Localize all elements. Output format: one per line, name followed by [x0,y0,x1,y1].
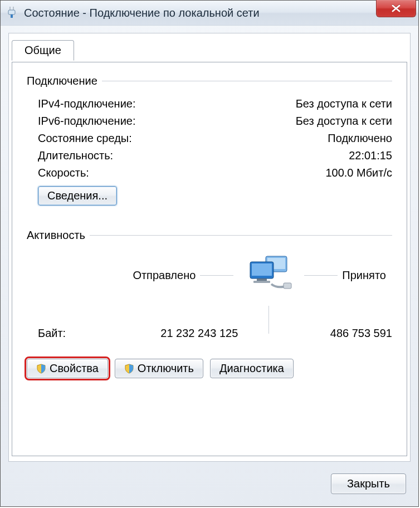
divider [304,275,338,276]
row-duration: Длительность: 22:01:15 [27,147,392,164]
action-button-row: Свойства Отключить Диагностика [27,359,392,378]
divider [268,306,269,320]
speed-value: 100.0 Мбит/с [325,167,392,179]
tab-general[interactable]: Общие [12,40,74,61]
tab-panel-general: Подключение IPv4-подключение: Без доступ… [12,62,407,456]
svg-rect-7 [252,263,272,276]
status-dialog-window: Состояние - Подключение по локальной сет… [0,0,419,507]
window-title: Состояние - Подключение по локальной сет… [24,7,260,19]
duration-label: Длительность: [38,149,113,162]
svg-rect-10 [284,283,291,289]
duration-value: 22:01:15 [349,149,392,162]
sent-bytes-value: 21 232 243 125 [160,327,238,339]
tab-strip: Общие [12,40,74,60]
close-window-button[interactable] [376,0,416,17]
ipv4-label: IPv4-подключение: [38,97,136,110]
sent-label: Отправлено [133,269,196,282]
row-speed: Скорость: 100.0 Мбит/с [27,164,392,182]
connection-group-title: Подключение [27,75,97,87]
network-activity-icon [243,253,294,295]
ipv4-value: Без доступа к сети [296,97,392,110]
close-button[interactable]: Закрыть [331,473,406,494]
connection-group: Подключение IPv4-подключение: Без доступ… [27,75,392,206]
activity-group-title: Активность [27,229,85,242]
properties-button[interactable]: Свойства [27,359,108,378]
media-state-value: Подключено [328,132,392,145]
svg-rect-0 [9,7,11,10]
properties-button-label: Свойства [50,362,99,375]
svg-rect-1 [13,7,14,10]
received-label: Принято [342,269,386,282]
speed-label: Скорость: [38,167,89,179]
bottom-button-bar: Закрыть [331,473,406,494]
diagnose-button-label: Диагностика [219,362,284,375]
media-state-label: Состояние среды: [38,132,132,145]
divider [90,235,392,236]
divider [102,81,392,81]
svg-rect-3 [11,14,13,18]
disable-button-label: Отключить [138,362,194,375]
divider [200,275,233,276]
close-icon [391,4,401,13]
bytes-label: Байт: [38,327,66,339]
row-media-state: Состояние среды: Подключено [27,130,392,147]
ipv6-label: IPv6-подключение: [38,115,136,128]
diagnose-button[interactable]: Диагностика [210,359,294,378]
ipv6-value: Без доступа к сети [296,115,392,128]
shield-icon [124,364,134,374]
row-ipv4: IPv4-подключение: Без доступа к сети [27,95,392,113]
row-ipv6: IPv6-подключение: Без доступа к сети [27,113,392,130]
details-button[interactable]: Сведения... [38,186,117,206]
activity-group: Активность Отправлено [27,229,392,343]
title-bar: Состояние - Подключение по локальной сет… [1,1,418,26]
svg-rect-8 [257,279,267,281]
disable-button[interactable]: Отключить [115,359,203,378]
svg-rect-2 [8,10,15,14]
network-plug-icon [5,6,18,19]
shield-icon [36,364,46,374]
received-bytes-value: 486 753 591 [330,327,392,339]
svg-rect-9 [253,281,270,283]
divider [268,320,269,334]
